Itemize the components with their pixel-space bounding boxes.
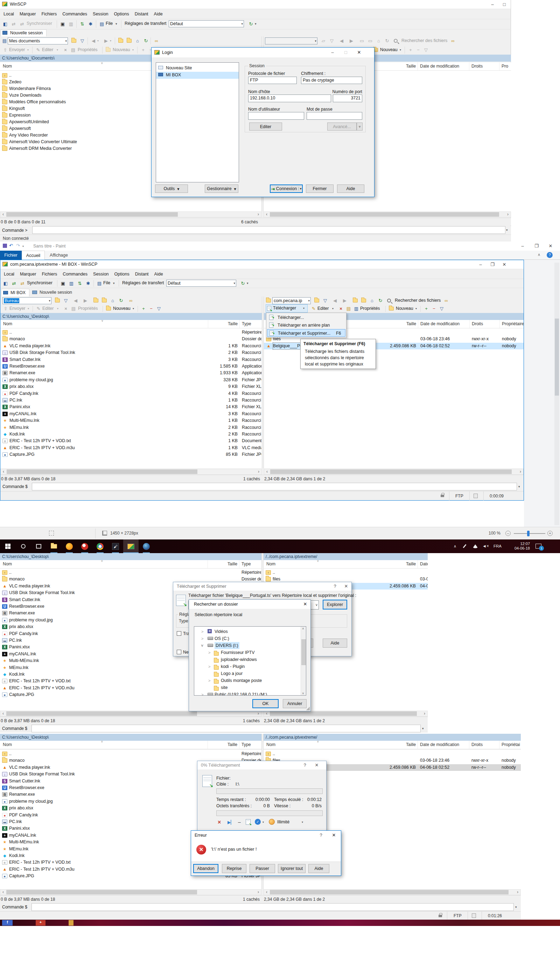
site-item-mibox[interactable]: MI BOX: [156, 72, 239, 79]
ignorer-tout-button[interactable]: Ignorer tout: [278, 864, 305, 873]
refresh-remote-icon[interactable]: ⇅: [76, 280, 84, 287]
tree-item[interactable]: >OS (C:): [194, 635, 300, 642]
command-input[interactable]: [31, 903, 514, 911]
advanced-dropdown[interactable]: ▾: [357, 122, 363, 131]
command-input[interactable]: [31, 725, 421, 732]
nouveau-button[interactable]: Nouveau: [113, 306, 131, 311]
help-icon[interactable]: ?: [330, 582, 340, 590]
file-row[interactable]: ↑..: [264, 569, 428, 576]
menu-marquer[interactable]: Marquer: [17, 9, 39, 19]
tree-item[interactable]: juploader-windows: [194, 656, 300, 663]
file-menu[interactable]: File: [106, 21, 113, 26]
menu-item-telecharger[interactable]: ↘ Télécharger...: [267, 314, 346, 321]
maximize-button[interactable]: □: [498, 2, 510, 7]
save-icon[interactable]: [3, 244, 7, 248]
collapse-ribbon-icon[interactable]: ∧: [538, 252, 540, 257]
tab-fichier[interactable]: Fichier: [0, 250, 22, 260]
duplicate-icon[interactable]: ▤: [70, 305, 77, 313]
back-icon[interactable]: ◀: [331, 297, 339, 305]
local-directory-combo[interactable]: Bureau▾: [2, 297, 52, 304]
filter-icon[interactable]: ▽: [62, 297, 70, 305]
remote-directory-combo[interactable]: ▾: [265, 38, 318, 44]
file-row[interactable]: monacoDossier de fichiers: [0, 336, 262, 342]
envoyer-button[interactable]: Envoyer: [9, 47, 25, 52]
menu-session[interactable]: Session: [90, 9, 111, 19]
protocol-field[interactable]: FTP: [248, 77, 297, 84]
file-row[interactable]: ▲ERIC - Test 12h IPTV + VOD.m3u1 KBVLC m…: [0, 445, 262, 451]
tab-affichage[interactable]: Affichage: [45, 250, 73, 260]
filter-icon[interactable]: ▽: [78, 37, 86, 45]
refresh-icon[interactable]: ↻: [239, 280, 247, 287]
local-path[interactable]: C:\Users\chou_\Desktop\: [0, 734, 261, 741]
local-columns-header[interactable]: Nom ∨ Taille Type: [0, 320, 262, 328]
open-folder-icon[interactable]: ▱: [319, 37, 327, 45]
chrome-icon[interactable]: [92, 540, 108, 553]
chevron-down-icon[interactable]: ▾: [22, 245, 24, 248]
file-row[interactable]: SSmart Cutter.lnk3 KBRaccourci: [0, 356, 262, 363]
file-explorer-icon[interactable]: [46, 540, 62, 553]
resize-grip[interactable]: [306, 707, 310, 710]
file-row[interactable]: ■probleme my cloud.jpg328 KBFichier JPG: [0, 377, 262, 384]
filter-icon[interactable]: ▽: [328, 37, 336, 45]
file-row[interactable]: ↑..Répertoire: [0, 751, 261, 757]
delete-icon[interactable]: ×: [62, 305, 70, 313]
background-transfer-checkbox[interactable]: [177, 631, 181, 636]
file-row[interactable]: ■Capture.JPG85 KBFichier JPG: [0, 451, 262, 458]
chevron-down-icon[interactable]: ▾: [263, 820, 264, 824]
open-folder-icon[interactable]: [314, 299, 319, 302]
root-folder-icon[interactable]: ▭: [366, 37, 374, 45]
editer-remote-button[interactable]: Editer: [318, 306, 328, 311]
remove-icon[interactable]: −: [430, 305, 438, 313]
dock-icon[interactable]: ◧: [2, 280, 9, 287]
zoom-slider-track[interactable]: [514, 533, 545, 534]
help-icon[interactable]: ?: [300, 761, 310, 769]
remote-columns-header[interactable]: Nom∨ Taille Date de modification: [264, 560, 428, 568]
port-field[interactable]: 3721: [333, 94, 362, 102]
tree-item[interactable]: site: [194, 684, 300, 691]
nouveau-remote-button[interactable]: Nouveau: [396, 306, 413, 311]
paint-vscrollbar[interactable]: [554, 263, 559, 525]
close-button[interactable]: ✕: [353, 48, 365, 56]
expand-icon[interactable]: >: [208, 649, 210, 656]
media-app-icon[interactable]: [77, 540, 92, 553]
start-button[interactable]: [0, 540, 16, 553]
proprietes-remote-button[interactable]: Propriétés: [360, 306, 380, 311]
paint-canvas[interactable]: [0, 501, 524, 527]
refresh-icon[interactable]: ↻: [247, 20, 255, 28]
add-icon[interactable]: +: [140, 305, 147, 313]
envoyer-button[interactable]: Envoyer: [9, 306, 25, 311]
tree-item[interactable]: >Public (\\192.168.0.21) (M:): [194, 691, 300, 695]
remote-path[interactable]: /../com.pecana.iptvextreme/: [264, 734, 521, 741]
title-bar[interactable]: WinSCP – □: [0, 0, 511, 9]
refresh-icon[interactable]: ↻: [383, 37, 391, 45]
synchroniser-label[interactable]: Synchroniser: [27, 280, 53, 285]
nouveau-remote-button[interactable]: Nouveau: [380, 47, 397, 52]
add-icon[interactable]: +: [407, 46, 415, 54]
home-icon[interactable]: ⌂: [368, 297, 376, 305]
local-path[interactable]: C:\Users\chou_\Desktop\: [0, 313, 262, 320]
title-bar[interactable]: com.pecana.iptvextreme - MI BOX - WinSCP…: [0, 260, 524, 269]
menu-commandes[interactable]: Commandes: [60, 269, 90, 279]
file-row[interactable]: RRenamer.exe1.933 KBApplication: [0, 369, 262, 376]
remove-icon[interactable]: −: [415, 46, 422, 54]
tree-item[interactable]: >≣Vidéos: [194, 628, 300, 635]
refresh-icon[interactable]: ↻: [142, 37, 150, 45]
remote-columns-header[interactable]: Nom∨ Taille Date de modification Droits …: [264, 741, 521, 749]
parent-folder-icon[interactable]: ▭: [358, 37, 366, 45]
menu-item-telecharger-supprimer[interactable]: ↘ Télécharger et Supprimer... F6: [267, 329, 346, 337]
local-hscrollbar[interactable]: ‹›: [0, 889, 261, 895]
minimize-button[interactable]: –: [516, 243, 529, 249]
tab-mibox[interactable]: MI BOX: [1, 289, 30, 296]
taskbar-clock[interactable]: 12:0704-06-18: [505, 542, 530, 551]
remote-hscrollbar[interactable]: ‹›: [264, 711, 428, 717]
console-icon[interactable]: ▣: [59, 20, 67, 28]
manager-button[interactable]: Gestionnaire ▾: [205, 185, 238, 193]
local-directory-combo[interactable]: Mes documents▾: [8, 38, 68, 44]
menu-marquer[interactable]: Marquer: [17, 269, 39, 279]
settings-gear-icon[interactable]: ✱: [84, 280, 92, 287]
close-session-button[interactable]: Fermer: [306, 185, 333, 193]
chevron-down-icon[interactable]: ▾: [506, 228, 508, 232]
reprise-button[interactable]: Reprise: [222, 864, 246, 873]
panel-splitter[interactable]: [262, 296, 264, 468]
site-list[interactable]: Nouveau Site MI BOX: [156, 62, 239, 182]
